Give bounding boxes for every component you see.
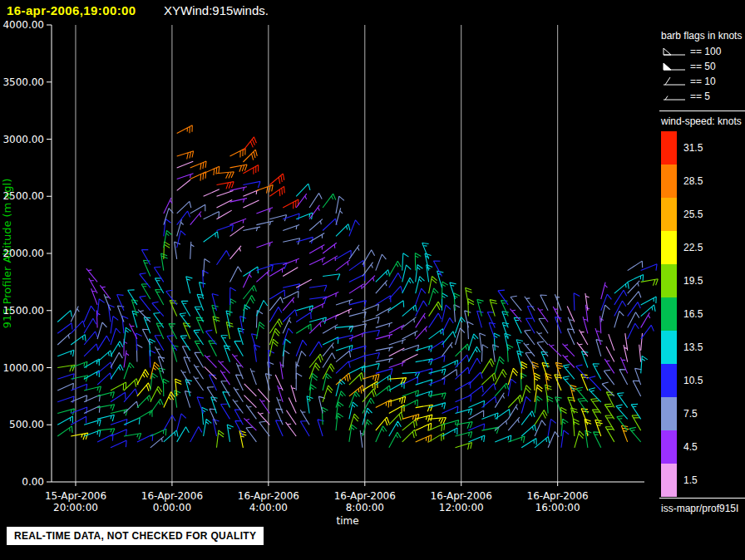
x-tick-date: 15-Apr-2006 bbox=[45, 490, 106, 502]
barb-legend-item: == 10 bbox=[661, 75, 716, 88]
pennant-100-icon bbox=[661, 46, 688, 57]
colorbar-label: 16.5 bbox=[683, 308, 703, 320]
y-tick-label: 4000.00 bbox=[2, 19, 44, 31]
x-tick-time: 4:00:00 bbox=[249, 502, 288, 513]
colorbar-segment bbox=[661, 364, 677, 397]
x-tick-date: 16-Apr-2006 bbox=[431, 490, 492, 502]
x-tick-date: 16-Apr-2006 bbox=[238, 490, 299, 502]
barb-legend-title: barb flags in knots bbox=[661, 30, 742, 42]
panel-divider bbox=[659, 498, 745, 499]
colorbar-segment bbox=[661, 165, 677, 198]
wind-barbs bbox=[57, 125, 658, 449]
axis-ticks bbox=[47, 25, 558, 486]
x-axis-label: time bbox=[336, 515, 358, 527]
colorbar-label: 7.5 bbox=[683, 408, 698, 420]
axes bbox=[52, 25, 644, 482]
colorbar-segment bbox=[661, 231, 677, 264]
colorbar-segment bbox=[661, 264, 677, 297]
x-tick-time: 0:00:00 bbox=[153, 502, 191, 513]
colorbar-segment bbox=[661, 131, 677, 165]
colorbar-segment bbox=[661, 430, 677, 464]
data-source-label: iss-mapr/prof915I bbox=[661, 503, 738, 514]
colorbar-label: 22.5 bbox=[683, 242, 703, 253]
wind-speed-colorbar: 31.528.525.522.519.516.513.510.57.54.51.… bbox=[661, 131, 744, 505]
gridlines bbox=[76, 25, 558, 482]
realtime-notice: REAL-TIME DATA, NOT CHECKED FOR QUALITY bbox=[7, 527, 264, 545]
y-tick-label: 3500.00 bbox=[2, 76, 44, 88]
y-tick-label: 3000.00 bbox=[2, 134, 44, 145]
colorbar-label: 1.5 bbox=[683, 474, 698, 486]
colorbar-label: 25.5 bbox=[683, 209, 703, 220]
pennant-50-icon bbox=[661, 61, 688, 72]
barb-legend-label: == 100 bbox=[690, 46, 721, 57]
barb-legend-label: == 50 bbox=[690, 61, 716, 72]
x-tick-time: 20:00:00 bbox=[53, 502, 98, 513]
xywind-window: 16-apr-2006,19:00:00 XYWind:915winds. 91… bbox=[0, 0, 745, 560]
colorbar-segment bbox=[661, 297, 677, 331]
barb-legend-item: == 5 bbox=[661, 90, 710, 103]
x-tick-date: 16-Apr-2006 bbox=[141, 490, 203, 502]
colorbar-segment bbox=[661, 198, 677, 231]
x-tick-date: 16-Apr-2006 bbox=[527, 490, 589, 502]
colorbar-label: 4.5 bbox=[683, 441, 698, 453]
barb-legend-item: == 100 bbox=[661, 45, 721, 58]
colorbar-segment bbox=[661, 397, 677, 430]
full-barb-icon bbox=[661, 76, 688, 87]
barb-legend-label: == 10 bbox=[690, 76, 716, 87]
side-panel: barb flags in knots == 100 == 50 == 10 bbox=[659, 0, 745, 560]
colorbar-label: 28.5 bbox=[683, 175, 703, 187]
y-tick-label: 2000.00 bbox=[2, 248, 44, 259]
y-tick-label: 0.00 bbox=[22, 476, 44, 488]
x-tick-date: 16-Apr-2006 bbox=[334, 490, 396, 502]
x-tick-time: 12:00:00 bbox=[439, 502, 484, 513]
colorbar-segment bbox=[661, 331, 677, 364]
barb-legend-item: == 50 bbox=[661, 60, 716, 73]
y-tick-label: 500.00 bbox=[9, 419, 44, 430]
barb-legend-label: == 5 bbox=[690, 91, 710, 102]
colorbar-segment bbox=[661, 464, 677, 497]
half-barb-icon bbox=[661, 91, 688, 102]
wind-profile-plot: 915 Profiler Altitude (m agl) time 0.005… bbox=[0, 0, 659, 560]
y-tick-label: 1500.00 bbox=[2, 305, 44, 317]
colorbar-label: 19.5 bbox=[683, 275, 703, 287]
x-tick-time: 16:00:00 bbox=[535, 502, 580, 513]
colorbar-title: wind-speed: knots bbox=[661, 115, 742, 127]
colorbar-label: 31.5 bbox=[683, 142, 703, 154]
colorbar-label: 10.5 bbox=[683, 375, 703, 386]
colorbar-label: 13.5 bbox=[683, 341, 703, 353]
panel-divider bbox=[659, 111, 745, 111]
y-tick-label: 2500.00 bbox=[2, 190, 44, 202]
y-tick-label: 1000.00 bbox=[2, 362, 44, 374]
x-tick-time: 8:00:00 bbox=[346, 502, 384, 513]
